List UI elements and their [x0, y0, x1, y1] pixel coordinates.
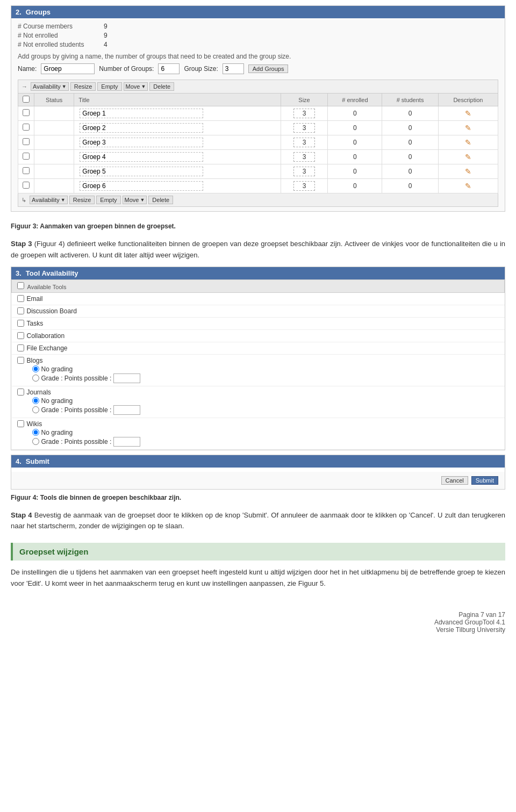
radio-label-7-0: No grading: [41, 429, 73, 436]
groups-section-number: 2.: [16, 8, 22, 16]
radio-7-1[interactable]: [32, 438, 39, 445]
tool-row-with-radio: Wikis No grading Grade : Points possible…: [12, 418, 505, 449]
points-input-7[interactable]: [113, 437, 140, 447]
row-description-3: ✎: [438, 150, 498, 164]
edit-icon-1[interactable]: ✎: [465, 124, 471, 132]
cancel-button[interactable]: Cancel: [441, 476, 468, 485]
tool-checkbox-0[interactable]: [17, 295, 24, 302]
table-row: 3 0 0 ✎: [18, 106, 498, 121]
row-title-input-5[interactable]: [80, 181, 203, 191]
tool-section-number: 3.: [16, 269, 22, 277]
tool-table: Available Tools Email Discussion Board: [11, 279, 505, 450]
row-title-input-3[interactable]: [80, 152, 203, 162]
points-input-6[interactable]: [113, 405, 140, 415]
submit-content: Cancel Submit: [11, 472, 505, 489]
add-groups-button[interactable]: Add Groups: [248, 64, 289, 73]
row-checkbox-cell: [18, 150, 34, 164]
edit-icon-2[interactable]: ✎: [465, 138, 471, 147]
row-checkbox-cell: [18, 179, 34, 193]
submit-section: 4. Submit Cancel Submit: [11, 455, 505, 490]
tool-label-5: Blogs: [27, 357, 43, 364]
groepset-text: De instellingen die u tijdens het aanmak…: [11, 567, 505, 590]
tool-checkbox-7[interactable]: [17, 420, 24, 427]
tool-cell-4: File Exchange: [12, 342, 505, 354]
availability-chevron-bottom: ▼: [61, 197, 66, 203]
add-groups-form: Name: Number of Groups: Group Size: Add …: [18, 63, 498, 74]
submit-button[interactable]: Submit: [471, 476, 498, 485]
delete-btn-top[interactable]: Delete: [149, 82, 174, 91]
group-size-input[interactable]: [223, 63, 244, 74]
resize-btn-bottom[interactable]: Resize: [69, 196, 95, 204]
row-title-5: [74, 179, 281, 193]
tool-section-title: Tool Availability: [26, 269, 78, 277]
select-all-checkbox[interactable]: [23, 96, 30, 103]
row-title-input-0[interactable]: [80, 109, 203, 118]
groups-section: 2. Groups # Course members 9 # Not enrol…: [11, 5, 505, 212]
empty-btn-top[interactable]: Empty: [97, 82, 121, 91]
tool-checkbox-2[interactable]: [17, 320, 24, 327]
tool-checkbox-4[interactable]: [17, 344, 24, 351]
row-title-input-1[interactable]: [80, 123, 203, 133]
row-students-1: 0: [382, 121, 439, 135]
radio-5-0[interactable]: [32, 365, 39, 372]
radio-row-6-0: No grading: [32, 397, 499, 405]
delete-btn-bottom[interactable]: Delete: [148, 196, 173, 204]
row-title-input-4[interactable]: [80, 167, 203, 176]
tool-checkbox-6[interactable]: [17, 389, 24, 396]
tool-select-all[interactable]: [17, 282, 24, 289]
th-title: Title: [74, 94, 281, 106]
row-students-2: 0: [382, 135, 439, 150]
radio-row-7-1: Grade : Points possible :: [32, 437, 499, 447]
tool-row: File Exchange: [12, 342, 505, 354]
groepset-header: Groepset wijzigen: [11, 543, 505, 561]
tool-label-row-1: Discussion Board: [17, 307, 499, 315]
row-checkbox-cell: [18, 164, 34, 179]
empty-btn-bottom[interactable]: Empty: [96, 196, 120, 204]
num-groups-input[interactable]: [158, 63, 180, 74]
tool-cell-7: Wikis No grading Grade : Points possible…: [12, 418, 505, 449]
radio-6-1[interactable]: [32, 406, 39, 413]
row-students-5: 0: [382, 179, 439, 193]
stat-not-enrolled-students: # Not enrolled students 4: [18, 41, 498, 48]
row-checkbox-0[interactable]: [23, 109, 30, 116]
availability-dropdown-top[interactable]: Availability ▼: [31, 82, 69, 91]
edit-icon-3[interactable]: ✎: [465, 153, 471, 161]
availability-label-top: Availability: [33, 83, 61, 90]
row-size-4: 3: [281, 164, 328, 179]
points-input-5[interactable]: [113, 373, 140, 383]
figure4-caption: Figuur 4: Tools die binnen de groepen be…: [11, 494, 505, 501]
move-dropdown-top[interactable]: Move ▼: [124, 82, 148, 91]
row-checkbox-4[interactable]: [23, 167, 30, 174]
row-checkbox-3[interactable]: [23, 153, 30, 160]
name-input[interactable]: [41, 63, 95, 74]
row-students-0: 0: [382, 106, 439, 121]
tool-radios-5: No grading Grade : Points possible :: [17, 365, 499, 383]
radio-6-0[interactable]: [32, 397, 39, 404]
edit-icon-4[interactable]: ✎: [465, 167, 471, 176]
radio-5-1[interactable]: [32, 375, 39, 382]
groups-content: # Course members 9 # Not enrolled 9 # No…: [11, 18, 505, 211]
tool-checkbox-3[interactable]: [17, 332, 24, 339]
row-title-input-2[interactable]: [80, 138, 203, 147]
tool-checkbox-5[interactable]: [17, 357, 24, 364]
radio-7-0[interactable]: [32, 429, 39, 436]
th-description: Description: [438, 94, 498, 106]
resize-btn-top[interactable]: Resize: [70, 82, 96, 91]
tool-row: Collaboration: [12, 329, 505, 342]
row-checkbox-5[interactable]: [23, 182, 30, 189]
tool-checkbox-1[interactable]: [17, 307, 24, 314]
step3-bold: Stap 3: [11, 240, 32, 248]
row-checkbox-1[interactable]: [23, 124, 30, 131]
move-dropdown-bottom[interactable]: Move ▼: [123, 196, 147, 204]
page-footer: Pagina 7 van 17 Advanced GroupTool 4.1 V…: [11, 606, 505, 634]
edit-icon-0[interactable]: ✎: [465, 109, 471, 118]
row-status-3: [34, 150, 74, 164]
row-checkbox-2[interactable]: [23, 138, 30, 145]
radio-row-5-1: Grade : Points possible :: [32, 373, 499, 383]
radio-row-5-0: No grading: [32, 365, 499, 373]
edit-icon-5[interactable]: ✎: [465, 182, 471, 190]
submit-section-header: 4. Submit: [11, 455, 505, 468]
tool-label-1: Discussion Board: [27, 307, 77, 315]
availability-dropdown-bottom[interactable]: Availability ▼: [30, 196, 68, 204]
row-checkbox-cell: [18, 135, 34, 150]
